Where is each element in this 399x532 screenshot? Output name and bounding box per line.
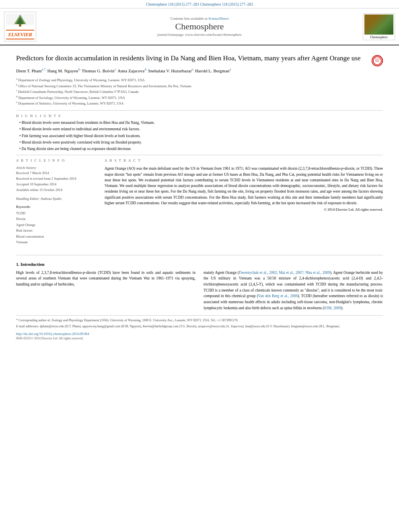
author-thomas: Thomas G. Boivin (82, 68, 115, 73)
author-anna-sup: d, (144, 68, 147, 71)
intro-left-text: High levels of 2,3,7,8-tetrachlorodibenz… (16, 270, 195, 288)
journal-citation-text: Chemosphere 118 (2015) 277–283 (200, 2, 253, 6)
svg-text:Mark: Mark (375, 60, 379, 62)
author-thomas-sup: c, (115, 68, 117, 71)
affiliation-d: d Department of Sociology, University of… (16, 94, 383, 101)
received-revised-date: Received in revised form 2 September 201… (16, 177, 97, 181)
svg-rect-3 (19, 24, 21, 27)
divider-3 (16, 255, 383, 255)
journal-thumb-label: Chemosphere (364, 35, 394, 39)
intro-right-text: mainly Agent Orange (Dwernychuk et al., … (204, 270, 383, 311)
elsevier-brand-text: ELSEVIER (6, 30, 34, 39)
science-direct-link: Contents lists available at ScienceDirec… (39, 16, 360, 21)
author-snehalata: Snehalata V. Huzurbazar (148, 68, 192, 73)
article-info-col: A R T I C L E I N F O Article history: R… (16, 158, 97, 248)
doi-link: http://dx.doi.org/10.1016/j.chemosphere.… (16, 331, 383, 337)
author-diem: Diem T. Pham (16, 68, 41, 73)
affiliation-b: b Office of National Steering Committee … (16, 83, 383, 89)
crossmark-svg: Cross Mark (373, 56, 382, 65)
keyword-risk-factors: Risk factors (16, 228, 97, 233)
sciencedirect-link[interactable]: ScienceDirect (208, 16, 228, 21)
author-harold-sup: a (230, 68, 231, 71)
keyword-tcdd: TCDD (16, 210, 97, 216)
article-info-abstract: A R T I C L E I N F O Article history: R… (16, 158, 383, 248)
highlight-item-3: Fish farming was associated with higher … (19, 134, 383, 139)
ref-dwernychuk: Dwernychuk et al., 2002; Mai et al., 200… (239, 271, 330, 275)
author-snehalata-sup: e, (192, 68, 194, 71)
affiliation-a: a Department of Zoology and Physiology, … (16, 77, 383, 83)
highlight-item-1: Blood dioxin levels were measured from r… (19, 120, 383, 125)
main-content: Cross Mark Predictors for dioxin accumul… (0, 45, 399, 346)
journal-citation: Chemosphere 118 (2015) 277–283 Chemosphe… (0, 0, 399, 8)
highlight-item-4: Blood dioxin levels were positively corr… (19, 140, 383, 145)
highlights-list: Blood dioxin levels were measured from r… (16, 120, 383, 152)
introduction-section: 1. Introduction High levels of 2,3,7,8-t… (16, 262, 383, 311)
article-title: Predictors for dioxin accumulation in re… (16, 53, 383, 63)
author-diem-sup: a,*, (41, 68, 46, 71)
corresponding-author-note: * Corresponding author at: Zoology and P… (16, 318, 383, 323)
affiliation-e: e Department of Statistics, University o… (16, 100, 383, 106)
abstract-heading: A B S T R A C T (105, 158, 383, 162)
author-harold: Harold L. Bergman (195, 68, 230, 73)
authors-line: Diem T. Phama,*, Hang M. Nguyenb, Thomas… (16, 67, 383, 74)
ref-iom: IOM, 2009 (324, 306, 341, 310)
highlights-section: H I G H L I G H T S Blood dioxin levels … (16, 114, 383, 152)
keyword-dioxin: Dioxin (16, 216, 97, 222)
doi-url[interactable]: http://dx.doi.org/10.1016/j.chemosphere.… (16, 332, 89, 336)
keyword-vietnam: Vietnam (16, 239, 97, 245)
article-info-heading: A R T I C L E I N F O (16, 158, 97, 162)
handling-editor: Handling Editor: Andreas Sjodin (16, 197, 97, 201)
elsevier-logo: ELSEVIER (4, 12, 36, 41)
journal-info: Contents lists available at ScienceDirec… (39, 16, 360, 37)
crossmark-icon: Cross Mark (372, 55, 383, 66)
article-history: Article history: Received 7 March 2014 R… (16, 166, 97, 193)
author-hang-sup: b, (78, 68, 80, 71)
introduction-right: mainly Agent Orange (Dwernychuk et al., … (204, 270, 383, 311)
accepted-date: Accepted 10 September 2014 (16, 182, 97, 187)
highlights-heading: H I G H L I G H T S (16, 114, 383, 118)
issn-copyright: 0045-6535/© 2014 Elsevier Ltd. All right… (16, 336, 383, 341)
introduction-left: High levels of 2,3,7,8-tetrachlorodibenz… (16, 270, 195, 311)
journal-cover-image (364, 14, 393, 35)
article-title-area: Cross Mark Predictors for dioxin accumul… (16, 53, 383, 63)
copyright-notice: © 2014 Elsevier Ltd. All rights reserved… (105, 207, 383, 212)
abstract-text: Agent Orange (AO) was the main defoliant… (105, 166, 383, 206)
journal-thumbnail: Chemosphere (363, 13, 395, 40)
footnotes: * Corresponding author at: Zoology and P… (16, 315, 383, 341)
divider-1 (16, 110, 383, 111)
divider-2 (16, 155, 383, 155)
introduction-content: High levels of 2,3,7,8-tetrachlorodibenz… (16, 270, 383, 311)
abstract-col: A B S T R A C T Agent Orange (AO) was th… (105, 158, 383, 248)
ref-van-den-berg: Van den Berg et al., 2006 (258, 294, 298, 298)
keywords-list: TCDD Dioxin Agent Orange Risk factors Bl… (16, 210, 97, 245)
elsevier-logo-icon (6, 14, 34, 29)
article-history-title: Article history: (16, 166, 97, 170)
keywords-title: Keywords: (16, 205, 97, 209)
highlight-item-2: Blood dioxin levels were related to indi… (19, 127, 383, 132)
author-hang: Hang M. Nguyen (47, 68, 78, 73)
highlight-item-5: Da Nang dioxin sites are being cleaned u… (19, 146, 383, 152)
journal-link[interactable]: Chemosphere 118 (2015) 277–283 (146, 2, 199, 6)
author-anna: Anna Zajacova (117, 68, 144, 73)
affiliation-c: c Hatfield Consultants Partnership, Nort… (16, 88, 383, 94)
received-date: Received 7 March 2014 (16, 171, 97, 176)
journal-header: ELSEVIER Contents lists available at Sci… (0, 8, 399, 45)
contents-available-text: Contents lists available at (171, 16, 208, 21)
journal-homepage: journal homepage: www.elsevier.com/locat… (39, 33, 360, 37)
introduction-heading: 1. Introduction (16, 262, 383, 267)
keyword-blood-concentration: Blood concentration (16, 234, 97, 239)
journal-title: Chemosphere (39, 21, 360, 32)
keyword-agent-orange: Agent Orange (16, 222, 97, 228)
keywords-section: Keywords: TCDD Dioxin Agent Orange Risk … (16, 205, 97, 245)
email-addresses: E-mail addresses: dpham@uwyo.edu (D.T. P… (16, 324, 383, 329)
crossmark-badge: Cross Mark (372, 55, 383, 66)
available-online-date: Available online 15 October 2014 (16, 188, 97, 193)
affiliations: a Department of Zoology and Physiology, … (16, 77, 383, 106)
